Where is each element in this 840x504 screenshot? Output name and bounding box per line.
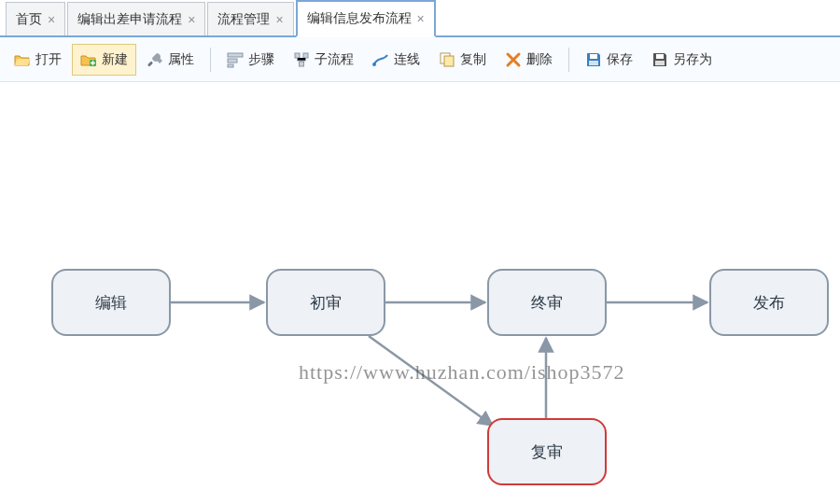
- svg-rect-14: [655, 61, 665, 65]
- subflow-icon: [293, 51, 310, 68]
- button-label: 新建: [102, 51, 128, 68]
- svg-rect-10: [444, 56, 454, 66]
- button-label: 另存为: [673, 51, 712, 68]
- close-icon[interactable]: ×: [48, 13, 55, 26]
- wrench-icon: [147, 51, 163, 68]
- steps-icon: [227, 51, 244, 68]
- delete-x-icon: [505, 51, 522, 68]
- tab-flow-manage[interactable]: 流程管理 ×: [207, 2, 293, 35]
- properties-button[interactable]: 属性: [138, 44, 203, 76]
- svg-rect-12: [589, 61, 598, 65]
- node-label: 发布: [753, 292, 785, 314]
- tab-strip: 首页 × 编辑出差申请流程 × 流程管理 × 编辑信息发布流程 ×: [0, 0, 840, 37]
- node-label: 复审: [531, 441, 563, 463]
- svg-rect-7: [300, 62, 304, 66]
- svg-rect-6: [303, 53, 308, 58]
- tab-info-publish-flow[interactable]: 编辑信息发布流程 ×: [296, 0, 436, 37]
- close-icon[interactable]: ×: [417, 12, 425, 25]
- button-label: 属性: [168, 51, 194, 68]
- flow-node-final-review[interactable]: 终审: [487, 269, 607, 336]
- copy-icon: [439, 51, 455, 68]
- step-button[interactable]: 步骤: [218, 44, 283, 76]
- svg-rect-4: [228, 64, 233, 67]
- button-label: 打开: [35, 51, 62, 68]
- svg-rect-2: [228, 53, 243, 57]
- copy-button[interactable]: 复制: [430, 44, 495, 76]
- saveas-button[interactable]: 另存为: [643, 44, 721, 76]
- tab-label: 流程管理: [217, 11, 270, 28]
- button-label: 子流程: [315, 51, 354, 68]
- toolbar-separator: [210, 48, 211, 72]
- tab-trip-flow[interactable]: 编辑出差申请流程 ×: [67, 2, 205, 35]
- subflow-button[interactable]: 子流程: [285, 44, 362, 76]
- tab-home[interactable]: 首页 ×: [6, 2, 65, 35]
- flow-node-re-review[interactable]: 复审: [487, 418, 607, 485]
- folder-open-icon: [14, 51, 31, 68]
- svg-rect-11: [590, 54, 597, 59]
- tab-label: 编辑出差申请流程: [77, 11, 182, 28]
- connector-button[interactable]: 连线: [364, 44, 428, 76]
- tab-label: 首页: [16, 11, 42, 28]
- close-icon[interactable]: ×: [275, 13, 283, 26]
- floppy-icon: [651, 51, 668, 68]
- svg-rect-5: [295, 53, 300, 58]
- node-label: 初审: [310, 292, 342, 314]
- toolbar: 打开 新建 属性 步骤 子流程 连线 复制 删除 保存 另存为: [0, 37, 840, 82]
- button-label: 连线: [394, 51, 420, 68]
- floppy-icon: [585, 51, 602, 68]
- svg-rect-1: [147, 61, 153, 66]
- connector-icon: [372, 51, 389, 68]
- open-button[interactable]: 打开: [6, 44, 70, 76]
- node-label: 编辑: [95, 292, 127, 314]
- tab-label: 编辑信息发布流程: [307, 10, 412, 27]
- button-label: 保存: [607, 51, 633, 68]
- svg-point-8: [372, 63, 376, 66]
- flow-node-edit[interactable]: 编辑: [51, 269, 171, 336]
- delete-button[interactable]: 删除: [497, 44, 561, 76]
- new-button[interactable]: 新建: [72, 44, 136, 76]
- toolbar-separator: [568, 48, 569, 72]
- svg-rect-3: [228, 59, 237, 63]
- button-label: 步骤: [248, 51, 274, 68]
- button-label: 删除: [526, 51, 553, 68]
- flow-node-first-review[interactable]: 初审: [266, 269, 385, 336]
- node-label: 终审: [531, 292, 563, 314]
- save-button[interactable]: 保存: [577, 44, 641, 76]
- folder-plus-icon: [80, 51, 97, 68]
- button-label: 复制: [460, 51, 486, 68]
- flow-node-publish[interactable]: 发布: [709, 269, 829, 336]
- close-icon[interactable]: ×: [188, 13, 195, 26]
- watermark: https://www.huzhan.com/ishop3572: [299, 360, 625, 385]
- svg-rect-13: [656, 54, 664, 59]
- flow-canvas[interactable]: 编辑 初审 终审 发布 复审 https://www.huzhan.com/is…: [0, 82, 840, 504]
